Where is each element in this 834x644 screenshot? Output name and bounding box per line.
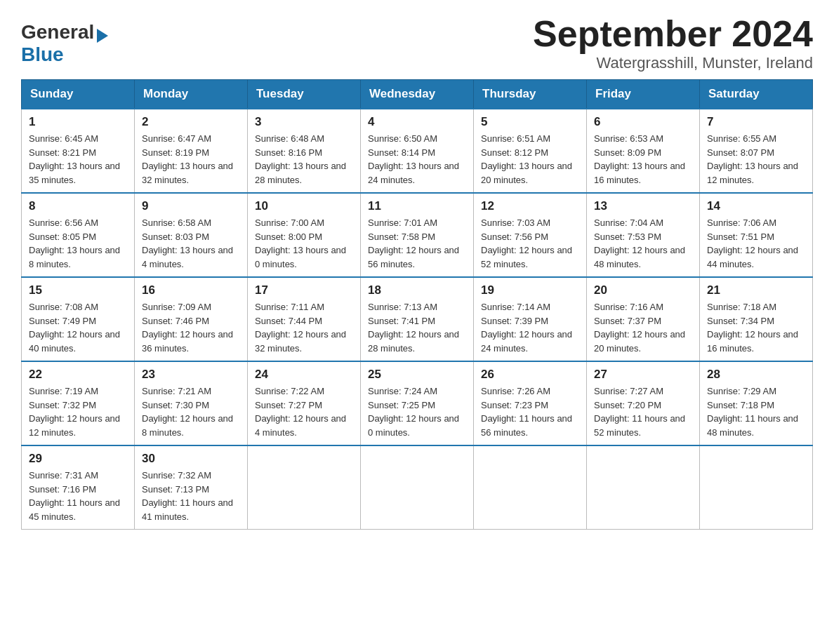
day-info: Sunrise: 7:26 AMSunset: 7:23 PMDaylight:… bbox=[481, 384, 579, 439]
day-cell: 12Sunrise: 7:03 AMSunset: 7:56 PMDayligh… bbox=[474, 193, 587, 277]
header-thursday: Thursday bbox=[474, 80, 587, 109]
day-number: 7 bbox=[707, 115, 805, 129]
day-number: 16 bbox=[142, 283, 240, 297]
day-cell: 8Sunrise: 6:56 AMSunset: 8:05 PMDaylight… bbox=[22, 193, 135, 277]
day-cell: 24Sunrise: 7:22 AMSunset: 7:27 PMDayligh… bbox=[248, 361, 361, 445]
day-info: Sunrise: 7:08 AMSunset: 7:49 PMDaylight:… bbox=[29, 300, 127, 355]
day-cell: 23Sunrise: 7:21 AMSunset: 7:30 PMDayligh… bbox=[135, 361, 248, 445]
day-info: Sunrise: 6:47 AMSunset: 8:19 PMDaylight:… bbox=[142, 132, 240, 187]
day-cell bbox=[700, 445, 813, 530]
header-monday: Monday bbox=[135, 80, 248, 109]
logo-triangle-icon bbox=[97, 29, 108, 43]
day-info: Sunrise: 7:21 AMSunset: 7:30 PMDaylight:… bbox=[142, 384, 240, 439]
header-sunday: Sunday bbox=[22, 80, 135, 109]
day-cell: 11Sunrise: 7:01 AMSunset: 7:58 PMDayligh… bbox=[361, 193, 474, 277]
day-info: Sunrise: 7:13 AMSunset: 7:41 PMDaylight:… bbox=[368, 300, 466, 355]
day-number: 26 bbox=[481, 368, 579, 382]
day-cell: 28Sunrise: 7:29 AMSunset: 7:18 PMDayligh… bbox=[700, 361, 813, 445]
day-info: Sunrise: 6:51 AMSunset: 8:12 PMDaylight:… bbox=[481, 132, 579, 187]
week-row-1: 1Sunrise: 6:45 AMSunset: 8:21 PMDaylight… bbox=[22, 109, 813, 193]
day-cell: 30Sunrise: 7:32 AMSunset: 7:13 PMDayligh… bbox=[135, 445, 248, 530]
day-info: Sunrise: 7:11 AMSunset: 7:44 PMDaylight:… bbox=[255, 300, 353, 355]
day-cell: 29Sunrise: 7:31 AMSunset: 7:16 PMDayligh… bbox=[22, 445, 135, 530]
day-info: Sunrise: 7:06 AMSunset: 7:51 PMDaylight:… bbox=[707, 216, 805, 271]
day-number: 28 bbox=[707, 368, 805, 382]
calendar-table: SundayMondayTuesdayWednesdayThursdayFrid… bbox=[21, 79, 813, 530]
day-info: Sunrise: 7:14 AMSunset: 7:39 PMDaylight:… bbox=[481, 300, 579, 355]
day-cell: 17Sunrise: 7:11 AMSunset: 7:44 PMDayligh… bbox=[248, 277, 361, 361]
header-tuesday: Tuesday bbox=[248, 80, 361, 109]
day-info: Sunrise: 7:31 AMSunset: 7:16 PMDaylight:… bbox=[29, 469, 127, 523]
day-cell: 1Sunrise: 6:45 AMSunset: 8:21 PMDaylight… bbox=[22, 109, 135, 193]
day-cell bbox=[587, 445, 700, 530]
day-number: 1 bbox=[29, 115, 127, 129]
day-info: Sunrise: 6:53 AMSunset: 8:09 PMDaylight:… bbox=[594, 132, 692, 187]
title-area: September 2024 Watergrasshill, Munster, … bbox=[533, 14, 813, 72]
day-cell: 27Sunrise: 7:27 AMSunset: 7:20 PMDayligh… bbox=[587, 361, 700, 445]
day-cell: 20Sunrise: 7:16 AMSunset: 7:37 PMDayligh… bbox=[587, 277, 700, 361]
logo-general-text: General bbox=[21, 21, 108, 43]
day-number: 20 bbox=[594, 283, 692, 297]
day-number: 9 bbox=[142, 199, 240, 213]
day-number: 17 bbox=[255, 283, 353, 297]
day-cell bbox=[474, 445, 587, 530]
day-cell: 6Sunrise: 6:53 AMSunset: 8:09 PMDaylight… bbox=[587, 109, 700, 193]
day-cell: 2Sunrise: 6:47 AMSunset: 8:19 PMDaylight… bbox=[135, 109, 248, 193]
day-cell: 4Sunrise: 6:50 AMSunset: 8:14 PMDaylight… bbox=[361, 109, 474, 193]
day-number: 25 bbox=[368, 368, 466, 382]
day-number: 29 bbox=[29, 452, 127, 466]
day-number: 14 bbox=[707, 199, 805, 213]
day-info: Sunrise: 7:00 AMSunset: 8:00 PMDaylight:… bbox=[255, 216, 353, 271]
day-number: 27 bbox=[594, 368, 692, 382]
day-cell bbox=[361, 445, 474, 530]
day-number: 5 bbox=[481, 115, 579, 129]
day-cell: 16Sunrise: 7:09 AMSunset: 7:46 PMDayligh… bbox=[135, 277, 248, 361]
day-number: 4 bbox=[368, 115, 466, 129]
day-number: 10 bbox=[255, 199, 353, 213]
header-wednesday: Wednesday bbox=[361, 80, 474, 109]
day-info: Sunrise: 7:16 AMSunset: 7:37 PMDaylight:… bbox=[594, 300, 692, 355]
day-cell: 25Sunrise: 7:24 AMSunset: 7:25 PMDayligh… bbox=[361, 361, 474, 445]
day-info: Sunrise: 7:19 AMSunset: 7:32 PMDaylight:… bbox=[29, 384, 127, 439]
day-info: Sunrise: 6:56 AMSunset: 8:05 PMDaylight:… bbox=[29, 216, 127, 271]
day-cell: 22Sunrise: 7:19 AMSunset: 7:32 PMDayligh… bbox=[22, 361, 135, 445]
day-info: Sunrise: 7:03 AMSunset: 7:56 PMDaylight:… bbox=[481, 216, 579, 271]
day-number: 3 bbox=[255, 115, 353, 129]
day-info: Sunrise: 7:18 AMSunset: 7:34 PMDaylight:… bbox=[707, 300, 805, 355]
week-row-4: 22Sunrise: 7:19 AMSunset: 7:32 PMDayligh… bbox=[22, 361, 813, 445]
day-cell: 14Sunrise: 7:06 AMSunset: 7:51 PMDayligh… bbox=[700, 193, 813, 277]
location-subtitle: Watergrasshill, Munster, Ireland bbox=[533, 54, 813, 72]
logo: General Blue bbox=[21, 14, 108, 66]
day-info: Sunrise: 7:01 AMSunset: 7:58 PMDaylight:… bbox=[368, 216, 466, 271]
day-cell: 18Sunrise: 7:13 AMSunset: 7:41 PMDayligh… bbox=[361, 277, 474, 361]
day-cell: 5Sunrise: 6:51 AMSunset: 8:12 PMDaylight… bbox=[474, 109, 587, 193]
day-number: 13 bbox=[594, 199, 692, 213]
week-row-2: 8Sunrise: 6:56 AMSunset: 8:05 PMDaylight… bbox=[22, 193, 813, 277]
day-number: 12 bbox=[481, 199, 579, 213]
day-cell: 9Sunrise: 6:58 AMSunset: 8:03 PMDaylight… bbox=[135, 193, 248, 277]
week-row-5: 29Sunrise: 7:31 AMSunset: 7:16 PMDayligh… bbox=[22, 445, 813, 530]
page-header: General Blue September 2024 Watergrasshi… bbox=[21, 14, 813, 72]
day-number: 11 bbox=[368, 199, 466, 213]
day-info: Sunrise: 7:29 AMSunset: 7:18 PMDaylight:… bbox=[707, 384, 805, 439]
day-cell: 10Sunrise: 7:00 AMSunset: 8:00 PMDayligh… bbox=[248, 193, 361, 277]
day-info: Sunrise: 7:24 AMSunset: 7:25 PMDaylight:… bbox=[368, 384, 466, 439]
month-title: September 2024 bbox=[533, 14, 813, 54]
day-info: Sunrise: 7:27 AMSunset: 7:20 PMDaylight:… bbox=[594, 384, 692, 439]
header-friday: Friday bbox=[587, 80, 700, 109]
day-number: 21 bbox=[707, 283, 805, 297]
logo-blue-text: Blue bbox=[21, 43, 64, 66]
day-info: Sunrise: 7:32 AMSunset: 7:13 PMDaylight:… bbox=[142, 469, 240, 523]
week-row-3: 15Sunrise: 7:08 AMSunset: 7:49 PMDayligh… bbox=[22, 277, 813, 361]
day-cell: 3Sunrise: 6:48 AMSunset: 8:16 PMDaylight… bbox=[248, 109, 361, 193]
day-number: 22 bbox=[29, 368, 127, 382]
calendar-header-row: SundayMondayTuesdayWednesdayThursdayFrid… bbox=[22, 80, 813, 109]
day-number: 23 bbox=[142, 368, 240, 382]
day-number: 30 bbox=[142, 452, 240, 466]
day-cell: 26Sunrise: 7:26 AMSunset: 7:23 PMDayligh… bbox=[474, 361, 587, 445]
day-info: Sunrise: 6:55 AMSunset: 8:07 PMDaylight:… bbox=[707, 132, 805, 187]
day-cell: 15Sunrise: 7:08 AMSunset: 7:49 PMDayligh… bbox=[22, 277, 135, 361]
day-info: Sunrise: 6:48 AMSunset: 8:16 PMDaylight:… bbox=[255, 132, 353, 187]
day-number: 24 bbox=[255, 368, 353, 382]
day-cell: 7Sunrise: 6:55 AMSunset: 8:07 PMDaylight… bbox=[700, 109, 813, 193]
